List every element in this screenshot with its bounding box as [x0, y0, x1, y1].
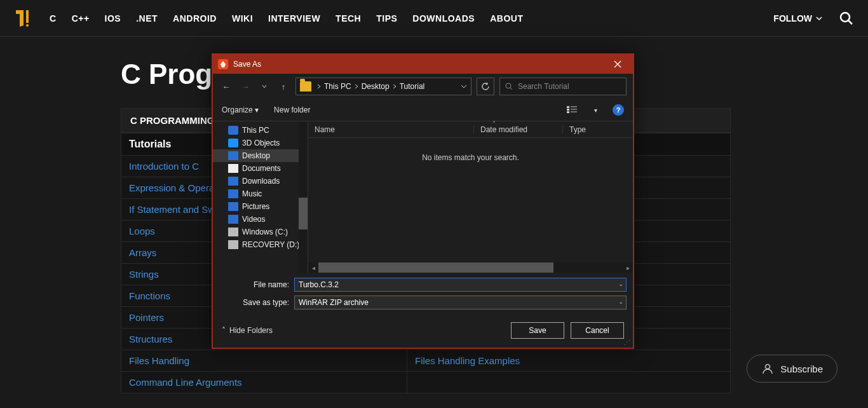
crumb-desktop[interactable]: Desktop	[362, 82, 397, 91]
site-logo[interactable]	[13, 7, 36, 30]
follow-dropdown[interactable]: FOLLOW	[773, 13, 822, 24]
vid-icon	[228, 215, 238, 224]
tutorial-link[interactable]: Files Handling	[129, 355, 189, 366]
nav-tech[interactable]: TECH	[336, 13, 361, 24]
empty-message: No items match your search.	[308, 153, 633, 162]
breadcrumb-bar[interactable]: This PC Desktop Tutorial	[295, 78, 471, 95]
crumb-tutorial[interactable]: Tutorial	[400, 82, 425, 91]
save-button[interactable]: Save	[511, 322, 564, 339]
col-type[interactable]: Type	[562, 125, 633, 134]
file-list: ˄ Name Date modified Type No items match…	[308, 121, 633, 273]
cancel-button[interactable]: Cancel	[571, 322, 624, 339]
nav-android[interactable]: ANDROID	[173, 13, 217, 24]
tree-item-videos[interactable]: Videos	[213, 213, 308, 226]
dropdown-arrow-icon[interactable]: ⌄	[618, 298, 623, 305]
chevron-down-icon	[816, 15, 822, 22]
tree-item-3d-objects[interactable]: 3D Objects	[213, 137, 308, 149]
view-options-button[interactable]	[566, 104, 579, 116]
tree-item-this-pc[interactable]: This PC	[213, 124, 308, 137]
svg-rect-10	[567, 111, 569, 113]
dropdown-arrow-icon: ▾	[255, 105, 259, 114]
tree-item-desktop[interactable]: Desktop	[213, 149, 308, 162]
up-button[interactable]: ↑	[276, 79, 290, 93]
refresh-button[interactable]	[477, 78, 494, 95]
desk-icon	[228, 151, 238, 160]
search-button[interactable]	[837, 10, 855, 27]
view-icon	[567, 105, 578, 114]
svg-rect-8	[567, 106, 569, 108]
back-button[interactable]: ←	[219, 79, 233, 93]
app-icon	[218, 59, 228, 69]
subscribe-button[interactable]: Subscribe	[747, 355, 837, 383]
dialog-titlebar[interactable]: Save As	[213, 55, 633, 74]
sort-arrow-icon: ˄	[492, 120, 496, 127]
svg-rect-9	[567, 109, 569, 111]
tree-item-recovery-d-[interactable]: RECOVERY (D:)	[213, 238, 308, 251]
tree-scrollbar-track[interactable]	[299, 121, 308, 273]
organize-dropdown[interactable]: Organize ▾	[222, 105, 259, 114]
tree-item-documents[interactable]: Documents	[213, 162, 308, 175]
scroll-left-icon[interactable]: ◂	[308, 264, 318, 271]
crumb-this-pc[interactable]: This PC	[324, 82, 359, 91]
nav-interview[interactable]: INTERVIEW	[268, 13, 320, 24]
tutorial-link[interactable]: Strings	[129, 269, 159, 280]
tree-item-pictures[interactable]: Pictures	[213, 200, 308, 213]
tree-scrollbar-thumb[interactable]	[299, 198, 308, 229]
dl-icon	[228, 177, 238, 186]
doc-icon	[228, 164, 238, 173]
view-dropdown-arrow[interactable]: ▾	[594, 107, 597, 114]
tree-item-music[interactable]: Music	[213, 187, 308, 200]
resize-grip[interactable]: ⋰	[624, 339, 632, 346]
top-navbar: C C++ IOS .NET ANDROID WIKI INTERVIEW TE…	[0, 0, 868, 37]
dialog-nav-row: ← → ↑ This PC Desktop Tutorial Search Tu…	[213, 74, 633, 99]
save-type-select[interactable]: WinRAR ZIP archive ⌄	[294, 296, 627, 309]
tutorial-link[interactable]: Pointers	[129, 312, 164, 323]
chevron-right-icon	[316, 84, 322, 89]
tutorial-link[interactable]: If Statement and Sw	[129, 204, 215, 215]
new-folder-button[interactable]: New folder	[274, 105, 310, 114]
search-field[interactable]: Search Tutorial	[499, 78, 627, 95]
tutorial-link[interactable]: Command Line Arguments	[129, 377, 242, 388]
nav-dotnet[interactable]: .NET	[136, 13, 158, 24]
tutorial-link[interactable]: Arrays	[129, 247, 156, 258]
col-date[interactable]: Date modified	[473, 125, 562, 134]
tutorial-link[interactable]: Functions	[129, 290, 170, 301]
nav-ios[interactable]: IOS	[105, 13, 121, 24]
hscroll-thumb[interactable]	[318, 262, 553, 273]
recent-dropdown[interactable]	[257, 79, 271, 93]
nav-about[interactable]: ABOUT	[490, 13, 523, 24]
save-type-label: Save as type:	[219, 298, 289, 307]
nav-wiki[interactable]: WIKI	[232, 13, 253, 24]
tutorial-link[interactable]: Introduction to C	[129, 161, 199, 172]
nav-downloads[interactable]: DOWNLOADS	[412, 13, 475, 24]
hide-folders-toggle[interactable]: ˄ Hide Folders	[222, 326, 273, 335]
tree-item-windows-c-[interactable]: Windows (C:)	[213, 226, 308, 238]
tutorial-link[interactable]: Expression & Opera	[129, 182, 214, 193]
scroll-right-icon[interactable]: ▸	[623, 264, 633, 271]
file-name-input[interactable]: Turbo.C.3.2 ⌄	[294, 278, 627, 292]
nav-cpp[interactable]: C++	[72, 13, 90, 24]
pc-icon	[228, 126, 238, 135]
dropdown-arrow-icon[interactable]: ⌄	[618, 280, 623, 287]
forward-button[interactable]: →	[238, 79, 252, 93]
dialog-toolbar: Organize ▾ New folder ▾ ?	[213, 99, 633, 121]
close-button[interactable]	[605, 55, 630, 74]
follow-label: FOLLOW	[773, 13, 812, 24]
svg-point-1	[26, 24, 29, 27]
horizontal-scrollbar[interactable]: ◂ ▸	[308, 262, 633, 273]
column-headers: ˄ Name Date modified Type	[308, 121, 633, 138]
nav-tips[interactable]: TIPS	[376, 13, 397, 24]
chevron-up-icon: ˄	[222, 326, 226, 335]
refresh-icon	[481, 82, 490, 91]
example-link[interactable]: Files Handling Examples	[415, 355, 520, 366]
col-name[interactable]: Name	[308, 125, 473, 134]
tutorial-link[interactable]: Loops	[129, 226, 155, 236]
tutorial-link[interactable]: Structures	[129, 334, 172, 344]
3d-icon	[228, 139, 238, 147]
nav-c[interactable]: C	[50, 13, 57, 24]
svg-rect-0	[26, 10, 29, 23]
help-button[interactable]: ?	[613, 104, 624, 116]
tree-item-downloads[interactable]: Downloads	[213, 175, 308, 187]
chevron-down-icon	[262, 84, 267, 89]
chevron-down-icon[interactable]	[461, 83, 467, 90]
